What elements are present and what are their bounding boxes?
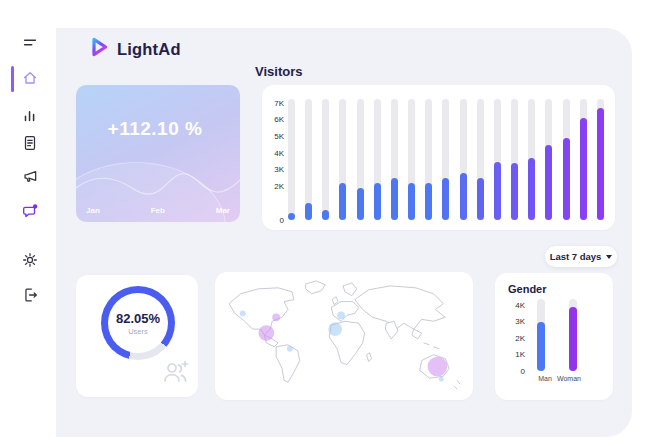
visitor-bar [357, 99, 364, 220]
date-range-dropdown[interactable]: Last 7 days [545, 246, 617, 267]
gender-bars [533, 299, 581, 371]
y-tick-label: 2K [515, 334, 525, 343]
y-tick-label: 2K [274, 182, 284, 191]
gender-bar [537, 299, 545, 371]
map-bubble-mexico [258, 325, 274, 341]
y-tick-label: 3K [274, 165, 284, 174]
visitor-bar-fill [563, 138, 570, 220]
document-icon [21, 134, 39, 152]
month-label: Mar [216, 206, 230, 215]
sidebar-item-settings[interactable] [21, 251, 39, 269]
gender-bar-fill [537, 322, 545, 372]
visitor-bar [477, 99, 484, 220]
growth-sparkline [76, 152, 240, 204]
bar-chart-icon [21, 106, 39, 124]
visitor-bar-fill [408, 183, 415, 220]
gender-y-axis: 4K3K2K1K0 [505, 299, 525, 371]
main-panel: LightAd +112.10 % Jan Feb Mar Visitors 7… [56, 28, 632, 437]
growth-months: Jan Feb Mar [86, 206, 230, 215]
chat-bubble-icon [21, 202, 39, 220]
visitors-y-axis: 7K6K5K4K3K2K0 [262, 99, 284, 220]
y-tick-label: 7K [274, 99, 284, 108]
app-logo[interactable]: LightAd [88, 36, 181, 62]
visitor-bar-fill [580, 118, 587, 220]
users-donut-center: 82.05% Users [108, 293, 168, 353]
visitor-bar [288, 99, 295, 220]
lightad-logo-icon [88, 36, 110, 62]
map-bubble-south-america [287, 346, 293, 352]
menu-toggle-button[interactable] [21, 34, 39, 52]
y-tick-label: 1K [515, 350, 525, 359]
gender-label-woman: Woman [557, 375, 581, 382]
visitor-bar [322, 99, 329, 220]
visitor-bar [563, 99, 570, 220]
date-range-label: Last 7 days [550, 251, 602, 262]
sidebar-item-messages[interactable] [21, 202, 39, 220]
gender-x-labels: Man Woman [533, 375, 581, 382]
sidebar [0, 0, 56, 446]
visitor-bar-fill [305, 203, 312, 220]
sidebar-item-promotions[interactable] [21, 167, 39, 185]
dashboard-screen: LightAd +112.10 % Jan Feb Mar Visitors 7… [0, 0, 646, 446]
visitor-bar [597, 99, 604, 220]
visitor-bar [425, 99, 432, 220]
sidebar-active-indicator [11, 66, 14, 92]
menu-icon [21, 34, 39, 52]
users-donut-card: 82.05% Users [76, 275, 198, 397]
visitor-bar-fill [528, 158, 535, 220]
visitor-bar [442, 99, 449, 220]
y-tick-label: 4K [515, 301, 525, 310]
visitor-bar-fill [425, 183, 432, 220]
gear-icon [21, 251, 39, 269]
visitor-bar [494, 99, 501, 220]
add-user-icon[interactable] [160, 359, 190, 389]
megaphone-icon [21, 167, 39, 185]
sidebar-item-logout[interactable] [21, 286, 39, 304]
visitor-bar [511, 99, 518, 220]
y-tick-label: 6K [274, 115, 284, 124]
visitor-bar [580, 99, 587, 220]
gender-bar [569, 299, 577, 371]
map-bubble-europe [337, 311, 345, 319]
visitor-bar-fill [511, 163, 518, 220]
visitors-chart-title: Visitors [255, 64, 302, 79]
sidebar-item-analytics[interactable] [21, 106, 39, 124]
gender-chart-card: Gender 4K3K2K1K0 Man Woman [495, 273, 613, 400]
map-bubble-us-west [240, 310, 246, 316]
month-label: Jan [86, 206, 100, 215]
visitor-bar [305, 99, 312, 220]
map-bubble-west-africa [328, 322, 342, 336]
visitor-bar-fill [477, 178, 484, 220]
map-bubble-australia [428, 357, 448, 377]
visitor-bar-fill [442, 178, 449, 220]
visitor-bar-fill [460, 173, 467, 220]
map-bubble-us-east [272, 313, 280, 321]
world-map [221, 278, 467, 394]
visitor-bar [374, 99, 381, 220]
users-label: Users [128, 327, 148, 336]
visitor-bar-fill [391, 178, 398, 220]
gender-bar-fill [569, 307, 577, 371]
visitor-bar [339, 99, 346, 220]
visitor-bar-fill [374, 183, 381, 220]
visitor-bar-fill [322, 210, 329, 220]
app-name: LightAd [117, 40, 181, 59]
gender-label-man: Man [533, 375, 557, 382]
sidebar-item-reports[interactable] [21, 134, 39, 152]
visitor-bar-fill [597, 108, 604, 220]
users-percent: 82.05% [116, 311, 160, 326]
logout-icon [21, 286, 39, 304]
month-label: Feb [151, 206, 165, 215]
visitors-bars [288, 99, 604, 220]
growth-value: +112.10 % [76, 118, 234, 140]
map-bubble-australia-se [439, 377, 444, 382]
y-tick-label: 0 [280, 216, 284, 225]
growth-summary-card: +112.10 % Jan Feb Mar [76, 85, 240, 222]
visitor-bar-fill [288, 213, 295, 220]
sidebar-item-home[interactable] [21, 69, 39, 87]
visitor-bar [528, 99, 535, 220]
visitor-bar [408, 99, 415, 220]
y-tick-label: 3K [515, 317, 525, 326]
visitor-bar-fill [339, 183, 346, 220]
home-icon [21, 69, 39, 87]
